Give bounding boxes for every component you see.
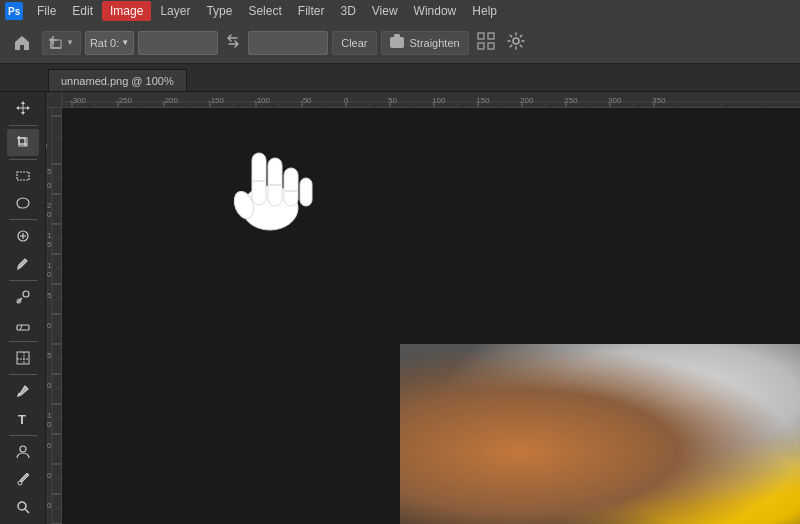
ruler-row: -300 -250 -200 -150 -100 -50 0 50 [46,92,800,108]
ratio-dropdown-arrow: ▼ [121,38,129,47]
ps-logo: Ps [4,1,24,21]
eyedropper-tool[interactable] [7,466,39,492]
separator-3 [9,219,37,220]
svg-text:0: 0 [47,210,52,219]
marquee-tool[interactable] [7,163,39,189]
separator-1 [9,125,37,126]
menu-help[interactable]: Help [465,2,504,20]
straighten-button[interactable]: Straighten [381,31,469,55]
menu-3d[interactable]: 3D [333,2,362,20]
menu-filter[interactable]: Filter [291,2,332,20]
straighten-label: Straighten [410,37,460,49]
ratio-label: Rat 0: [90,37,119,49]
svg-text:5: 5 [46,143,49,148]
svg-point-23 [18,502,26,510]
svg-rect-5 [478,43,484,49]
svg-point-13 [23,291,29,297]
svg-text:0: 0 [47,420,52,429]
svg-text:1: 1 [47,261,52,270]
ruler-corner [46,92,62,108]
svg-text:T: T [18,412,26,427]
svg-rect-8 [19,138,27,146]
document-canvas-inner [400,344,800,524]
ruler-h-svg: -300 -250 -200 -150 -100 -50 0 50 [62,92,800,108]
svg-text:0: 0 [47,270,52,279]
canvas-scroll[interactable] [62,108,800,524]
svg-text:0: 0 [47,321,52,330]
zoom-tool[interactable] [7,493,39,519]
move-tool[interactable] [7,96,39,122]
clear-button[interactable]: Clear [332,31,376,55]
separator-2 [9,159,37,160]
menu-bar: Ps File Edit Image Layer Type Select Fil… [0,0,800,22]
clone-tool[interactable] [7,284,39,310]
home-button[interactable] [6,27,38,59]
svg-rect-15 [17,325,29,330]
svg-rect-4 [488,33,494,39]
svg-text:5: 5 [47,351,52,360]
separator-5 [9,341,37,342]
separator-4 [9,280,37,281]
crop-dropdown-arrow: ▼ [66,38,74,47]
menu-layer[interactable]: Layer [153,2,197,20]
svg-rect-2 [53,40,61,48]
svg-point-21 [20,446,26,452]
toolbar: T [0,92,46,524]
svg-text:1: 1 [47,411,52,420]
avatar-tool[interactable] [7,439,39,465]
separator-6 [9,374,37,375]
menu-select[interactable]: Select [241,2,288,20]
ratio-select[interactable]: Rat 0: ▼ [85,31,134,55]
tab-label: unnamed.png @ 100% [61,75,174,87]
svg-text:5: 5 [47,240,52,249]
svg-text:5: 5 [47,167,52,176]
menu-file[interactable]: File [30,2,63,20]
svg-text:0: 0 [47,381,52,390]
swap-dimensions-button[interactable] [222,30,244,56]
horizontal-ruler: -300 -250 -200 -150 -100 -50 0 50 [62,92,800,108]
svg-text:1: 1 [47,231,52,240]
svg-text:50: 50 [388,96,397,105]
svg-text:Ps: Ps [8,6,21,17]
svg-text:0: 0 [47,441,52,450]
main-layout: T [0,92,800,524]
svg-text:5: 5 [47,291,52,300]
svg-rect-17 [17,352,29,364]
crop-tool[interactable] [7,129,39,155]
tab-bar: unnamed.png @ 100% [0,64,800,92]
options-bar: ▼ Rat 0: ▼ Clear Straighten [0,22,800,64]
menu-edit[interactable]: Edit [65,2,100,20]
svg-text:0: 0 [47,181,52,190]
lasso-tool[interactable] [7,190,39,216]
ruler-v-svg: 5 5 0 2 0 1 5 1 0 5 0 [46,108,62,524]
brush-tool[interactable] [7,251,39,277]
menu-window[interactable]: Window [407,2,464,20]
svg-rect-3 [478,33,484,39]
crop-tool-button[interactable]: ▼ [42,31,81,55]
width-input[interactable] [138,31,218,55]
menu-type[interactable]: Type [199,2,239,20]
svg-text:2: 2 [47,201,52,210]
menu-image[interactable]: Image [102,1,151,21]
menu-view[interactable]: View [365,2,405,20]
type-tool[interactable]: T [7,405,39,431]
svg-text:0: 0 [47,471,52,480]
healing-tool[interactable] [7,223,39,249]
height-input[interactable] [248,31,328,55]
document-canvas[interactable] [400,344,800,524]
settings-button[interactable] [503,28,529,57]
svg-rect-9 [17,172,29,180]
pen-tool[interactable] [7,378,39,404]
canvas-area: -300 -250 -200 -150 -100 -50 0 50 [46,92,800,524]
separator-7 [9,435,37,436]
svg-line-16 [20,325,22,330]
grid-overlay-button[interactable] [473,28,499,57]
document-tab[interactable]: unnamed.png @ 100% [48,69,187,91]
camera-icon [390,37,404,48]
canvas-with-ruler: 5 5 0 2 0 1 5 1 0 5 0 [46,108,800,524]
slice-tool[interactable] [7,345,39,371]
svg-point-7 [513,38,519,44]
svg-point-22 [18,481,22,485]
eraser-tool[interactable] [7,311,39,337]
svg-rect-6 [488,43,494,49]
